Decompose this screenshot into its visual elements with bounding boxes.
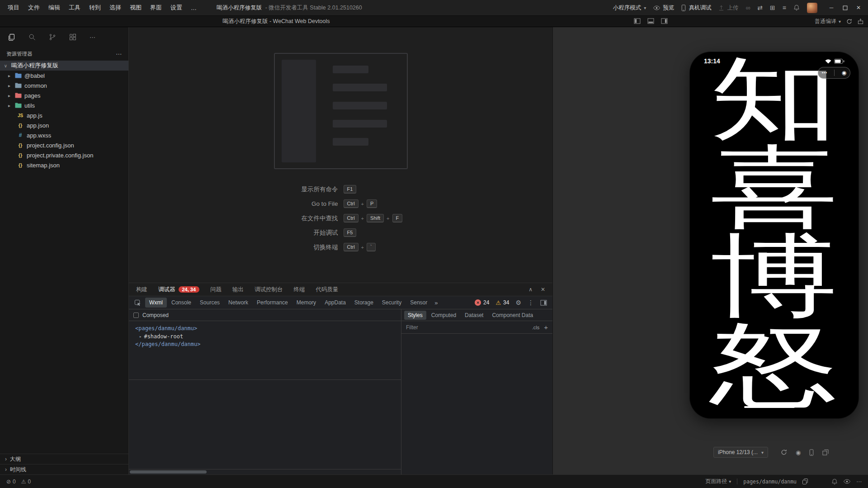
composed-toggle[interactable]: Composed — [129, 309, 401, 321]
tab-terminal[interactable]: 终端 — [294, 286, 305, 294]
tab-debugger[interactable]: 调试器 24, 34 — [158, 286, 199, 294]
avatar[interactable] — [807, 3, 817, 13]
inspect-element-icon[interactable] — [134, 299, 141, 306]
toggle-sidebar-icon[interactable] — [634, 18, 641, 24]
devtools-tab-performance[interactable]: Performance — [253, 298, 292, 308]
styles-tab-component-data[interactable]: Component Data — [488, 311, 537, 320]
package-icon[interactable] — [858, 19, 863, 24]
outline-section[interactable]: › 大纲 — [0, 454, 128, 464]
maximize-button[interactable] — [838, 0, 852, 16]
remote-debug-button[interactable]: 真机调试 — [681, 4, 711, 12]
devtools-tab-appdata[interactable]: AppData — [321, 298, 350, 308]
menu-goto[interactable]: 转到 — [85, 2, 105, 14]
more-icon[interactable]: ⋯ — [90, 34, 95, 41]
upload-button[interactable]: 上传 — [718, 4, 738, 12]
devtools-tabs-overflow-icon[interactable]: » — [432, 299, 440, 306]
tree-folder-common[interactable]: ▸ common — [0, 81, 128, 90]
tree-file-app-js[interactable]: JS app.js — [0, 110, 128, 120]
styles-tab-dataset[interactable]: Dataset — [461, 311, 487, 320]
devtools-tab-storage[interactable]: Storage — [350, 298, 377, 308]
refresh-icon[interactable] — [846, 19, 852, 24]
horizontal-scrollbar[interactable] — [129, 469, 401, 474]
tree-root[interactable]: ∨ 喝酒小程序修复版 — [0, 61, 128, 71]
styles-tab-computed[interactable]: Computed — [428, 311, 460, 320]
styles-tab-styles[interactable]: Styles — [404, 311, 426, 320]
warning-count[interactable]: ⚠ 0 — [21, 479, 31, 485]
explorer-icon[interactable] — [8, 33, 15, 41]
device-selector[interactable]: iPhone 12/13 (... ▾ — [713, 447, 768, 458]
devtools-warning-count[interactable]: ⚠ 34 — [495, 299, 509, 306]
record-icon[interactable]: ◉ — [796, 449, 801, 456]
tree-folder-utils[interactable]: ▸ utils — [0, 100, 128, 110]
dom-close-tag[interactable]: </pages/danmu/danmu> — [135, 341, 401, 349]
devtools-tab-security[interactable]: Security — [378, 298, 406, 308]
toggle-class-button[interactable]: .cls — [532, 325, 540, 330]
menu-project[interactable]: 项目 — [4, 2, 24, 14]
devtools-tab-memory[interactable]: Memory — [292, 298, 320, 308]
capsule-exit-icon[interactable]: ◉ — [842, 70, 846, 76]
menu-select[interactable]: 选择 — [105, 2, 125, 14]
hamburger-menu-icon[interactable]: ≡ — [783, 4, 786, 11]
toggle-secondary-sidebar-icon[interactable] — [661, 18, 668, 24]
menu-file[interactable]: 文件 — [24, 2, 44, 14]
float-window-icon[interactable] — [822, 449, 829, 455]
devtools-tab-console[interactable]: Console — [167, 298, 195, 308]
tree-file-app-json[interactable]: {} app.json — [0, 120, 128, 130]
capsule-more-icon[interactable]: ••• — [822, 71, 827, 75]
copy-path-icon[interactable] — [802, 479, 808, 484]
tree-folder-babel[interactable]: ▸ @babel — [0, 71, 128, 81]
tab-problems[interactable]: 问题 — [210, 286, 222, 294]
devtools-tab-wxml[interactable]: Wxml — [145, 298, 167, 308]
devtools-more-icon[interactable]: ⋮ — [528, 299, 534, 306]
close-button[interactable]: ✕ — [852, 0, 865, 16]
rotate-device-icon[interactable] — [809, 449, 814, 456]
collapse-panel-icon[interactable]: ∧ — [528, 286, 533, 293]
bell-icon[interactable] — [793, 5, 800, 11]
tab-build[interactable]: 构建 — [136, 286, 147, 294]
menu-interface[interactable]: 界面 — [146, 2, 166, 14]
tree-file-app-wxss[interactable]: # app.wxss — [0, 130, 128, 140]
menu-edit[interactable]: 编辑 — [44, 2, 64, 14]
more-icon[interactable]: ⋯ — [856, 479, 862, 485]
error-count[interactable]: ⊘ 0 — [6, 479, 16, 485]
mode-selector[interactable]: 小程序模式 ▾ — [613, 4, 646, 12]
refresh-simulator-icon[interactable] — [781, 449, 787, 455]
dom-shadow-root[interactable]: ▸ #shadow-root — [135, 333, 401, 341]
phone-screen[interactable]: 知 喜 博 怒 13:14 — [692, 54, 856, 416]
scrollbar-thumb[interactable] — [130, 470, 207, 474]
styles-filter-input[interactable] — [406, 324, 528, 331]
menu-view[interactable]: 视图 — [126, 2, 146, 14]
timeline-section[interactable]: › 时间线 — [0, 464, 128, 474]
minimize-button[interactable]: ─ — [825, 0, 838, 16]
toggle-panel-icon[interactable] — [647, 18, 654, 24]
tab-code-quality[interactable]: 代码质量 — [316, 286, 339, 294]
notifications-icon[interactable] — [831, 479, 838, 485]
close-panel-icon[interactable]: ✕ — [541, 286, 545, 293]
git-branch-icon[interactable] — [49, 33, 56, 41]
new-style-rule-button[interactable]: + — [544, 323, 548, 331]
switch-icon[interactable]: ⇄ — [757, 4, 763, 11]
page-path-selector[interactable]: 页面路径 ▾ — [705, 478, 731, 485]
tree-file-project-private-config[interactable]: {} project.private.config.json — [0, 150, 128, 160]
tree-file-sitemap[interactable]: {} sitemap.json — [0, 160, 128, 170]
menu-tools[interactable]: 工具 — [65, 2, 85, 14]
devtools-tab-sensor[interactable]: Sensor — [406, 298, 431, 308]
dom-open-tag[interactable]: <pages/danmu/danmu> — [135, 325, 401, 333]
link-icon[interactable]: ∞ — [745, 4, 750, 11]
devtools-settings-icon[interactable]: ⚙ — [515, 299, 521, 306]
devtools-tab-network[interactable]: Network — [224, 298, 252, 308]
extensions-icon[interactable] — [69, 33, 76, 41]
preview-button[interactable]: 预览 — [653, 4, 674, 12]
devtools-dock-icon[interactable] — [540, 300, 547, 306]
eye-icon[interactable] — [844, 479, 850, 484]
composed-checkbox[interactable] — [133, 313, 139, 318]
grid-icon[interactable]: ⊞ — [770, 4, 775, 11]
search-icon[interactable] — [28, 33, 36, 41]
tree-folder-pages[interactable]: ▸ pages — [0, 90, 128, 100]
tab-output[interactable]: 输出 — [232, 286, 244, 294]
compile-mode-selector[interactable]: 普通编译 ▾ — [815, 18, 841, 25]
devtools-tab-sources[interactable]: Sources — [196, 298, 224, 308]
explorer-more-icon[interactable]: ⋯ — [116, 50, 122, 57]
tab-debug-console[interactable]: 调试控制台 — [255, 286, 283, 294]
tree-file-project-config[interactable]: {} project.config.json — [0, 140, 128, 150]
